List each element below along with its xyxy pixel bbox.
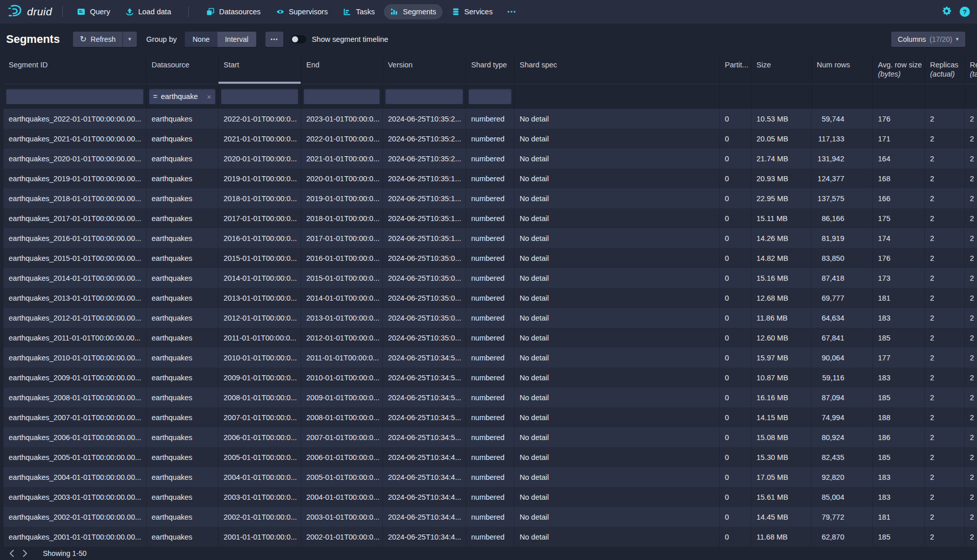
filter-input-shard_type[interactable] [469,89,511,104]
column-header-end[interactable]: End [301,55,383,84]
segment-row[interactable]: earthquakes_2008-01-01T00:00:00.00...ear… [4,387,977,407]
segment-row[interactable]: earthquakes_2009-01-01T00:00:00.00...ear… [4,368,977,387]
cell-end: 2022-01-01T00:00:0... [301,129,383,149]
column-header-partition[interactable]: Partit... [720,55,751,84]
cell-partition: 0 [720,168,751,188]
segment-row[interactable]: earthquakes_2021-01-01T00:00:00.00...ear… [4,129,977,149]
cell-value: 79,772 [817,513,844,521]
nav-item-segments[interactable]: Segments [384,4,442,19]
segment-row[interactable]: earthquakes_2006-01-01T00:00:00.00...ear… [4,427,977,447]
segment-row[interactable]: earthquakes_2012-01-01T00:00:00.00...ear… [4,308,977,328]
nav-item-datasources[interactable]: Datasources [200,4,266,19]
prev-page-button[interactable] [5,550,18,557]
chevron-down-icon: ▾ [128,36,131,42]
cell-start: 2015-01-01T00:00:0... [218,248,301,268]
nav-item-query[interactable]: Query [71,4,116,19]
segment-row[interactable]: earthquakes_2016-01-01T00:00:00.00...ear… [4,228,977,248]
cell-replicas: 2 [925,168,965,188]
cell-end: 2002-01-01T00:00:0... [301,527,383,547]
cell-num_rows: 117,133 [812,129,873,149]
filter-input-version[interactable] [385,89,463,104]
cell-replicas: 2 [925,228,965,248]
segment-row[interactable]: earthquakes_2005-01-01T00:00:00.00...ear… [4,447,977,467]
remove-filter-icon[interactable]: × [207,92,211,101]
more-options-button[interactable] [265,32,283,47]
druid-logo[interactable]: druid [7,4,52,19]
filter-input-start[interactable] [221,89,298,104]
cell-replication_factor: 2 [965,527,977,547]
nav-item-tasks[interactable]: Tasks [337,4,381,19]
nav-item-supervisors[interactable]: Supervisors [270,4,334,19]
segment-row[interactable]: earthquakes_2013-01-01T00:00:00.00...ear… [4,288,977,308]
cell-segment_id: earthquakes_2017-01-01T00:00:00.00... [4,208,146,228]
segment-row[interactable]: earthquakes_2001-01-01T00:00:00.00...ear… [4,527,977,547]
column-header-label: Start [224,61,296,69]
segment-row[interactable]: earthquakes_2017-01-01T00:00:00.00...ear… [4,208,977,228]
cell-size: 14.26 MB [751,228,812,248]
segment-row[interactable]: earthquakes_2022-01-01T00:00:00.00...ear… [4,109,977,129]
cell-avg_row_size: 175 [873,208,925,228]
column-header-datasource[interactable]: Datasource [146,55,218,84]
cell-replicas: 2 [925,387,965,407]
segment-row[interactable]: earthquakes_2020-01-01T00:00:00.00...ear… [4,149,977,168]
column-header-version[interactable]: Version [383,55,466,84]
cell-shard_spec: No detail [515,427,720,447]
segment-row[interactable]: earthquakes_2014-01-01T00:00:00.00...ear… [4,268,977,288]
datasource-filter-chip[interactable]: =earthquakes× [149,89,215,104]
cell-partition: 0 [720,248,751,268]
segment-timeline-toggle[interactable] [291,35,306,43]
filter-input-segment_id[interactable] [6,89,143,104]
cell-segment_id: earthquakes_2010-01-01T00:00:00.00... [4,348,146,368]
cell-version: 2024-06-25T10:34:4... [383,527,466,547]
chevron-down-icon: ▾ [956,36,959,42]
segment-row[interactable]: earthquakes_2003-01-01T00:00:00.00...ear… [4,487,977,507]
cell-end: 2020-01-01T00:00:0... [301,168,383,188]
column-header-replication_factor[interactable]: Replication factor(target) [965,55,977,84]
cell-size: 17.05 MB [751,467,812,487]
filter-cell-num_rows [812,84,873,109]
column-header-segment_id[interactable]: Segment ID [4,55,146,84]
help-icon[interactable]: ? [960,7,970,17]
group-by-none-button[interactable]: None [185,32,217,47]
column-header-shard_type[interactable]: Shard type [466,55,515,84]
filter-input-end[interactable] [304,89,380,104]
cell-version: 2024-06-25T10:35:1... [383,188,466,208]
segment-row[interactable]: earthquakes_2010-01-01T00:00:00.00...ear… [4,348,977,368]
cell-start: 2021-01-01T00:00:0... [218,129,301,149]
cell-partition: 0 [720,268,751,288]
cell-shard_type: numbered [466,487,515,507]
column-header-avg_row_size[interactable]: Avg. row size(bytes) [873,55,925,84]
cell-replication_factor: 2 [965,407,977,427]
segment-row[interactable]: earthquakes_2019-01-01T00:00:00.00...ear… [4,168,977,188]
segment-row[interactable]: earthquakes_2018-01-01T00:00:00.00...ear… [4,188,977,208]
cell-segment_id: earthquakes_2004-01-01T00:00:00.00... [4,467,146,487]
group-by-interval-button[interactable]: Interval [217,32,256,47]
cell-start: 2002-01-01T00:00:0... [218,507,301,527]
nav-more-button[interactable] [502,4,521,19]
cell-shard_spec: No detail [515,208,720,228]
cell-size: 15.08 MB [751,427,812,447]
column-header-shard_spec[interactable]: Shard spec [515,55,720,84]
column-header-size[interactable]: Size [751,55,812,84]
nav-item-services[interactable]: Services [446,4,499,19]
refresh-dropdown-button[interactable]: ▾ [123,32,137,47]
cell-replication_factor: 2 [965,348,977,368]
cell-avg_row_size: 183 [873,368,925,387]
columns-button[interactable]: Columns (17/20) ▾ [891,32,965,47]
column-header-label: Partit... [725,61,746,69]
column-header-num_rows[interactable]: Num rows [812,55,873,84]
next-page-button[interactable] [18,550,32,557]
cell-version: 2024-06-25T10:35:0... [383,328,466,348]
refresh-button[interactable]: ↻ Refresh [73,32,122,47]
cell-shard_type: numbered [466,268,515,288]
cell-replicas: 2 [925,208,965,228]
column-header-replicas[interactable]: Replicas(actual) [925,55,965,84]
segment-row[interactable]: earthquakes_2004-01-01T00:00:00.00...ear… [4,467,977,487]
nav-item-load-data[interactable]: Load data [119,4,178,19]
settings-gear-icon[interactable] [942,6,951,18]
segment-row[interactable]: earthquakes_2011-01-01T00:00:00.00...ear… [4,328,977,348]
segment-row[interactable]: earthquakes_2002-01-01T00:00:00.00...ear… [4,507,977,527]
column-header-start[interactable]: Start [218,55,301,84]
segment-row[interactable]: earthquakes_2007-01-01T00:00:00.00...ear… [4,407,977,427]
segment-row[interactable]: earthquakes_2015-01-01T00:00:00.00...ear… [4,248,977,268]
